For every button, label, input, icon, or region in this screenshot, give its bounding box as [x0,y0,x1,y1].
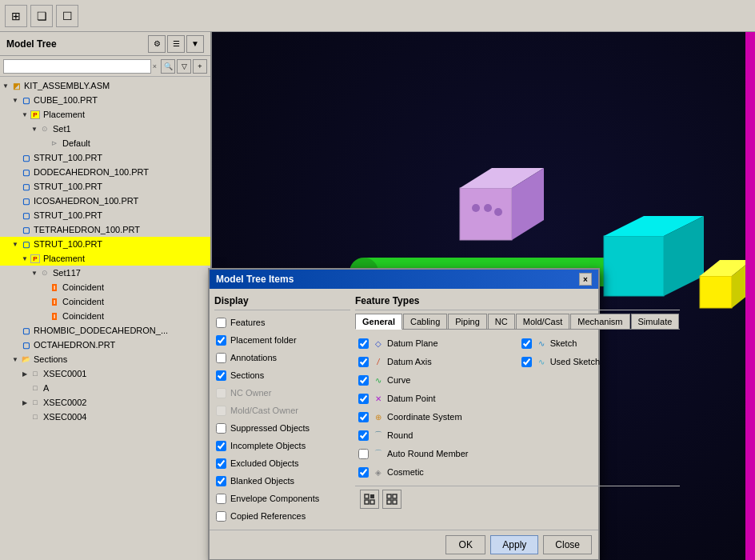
label-envelope-components[interactable]: Envelope Components [230,494,319,503]
modal-body: Display Features Placement folder Annota… [210,289,598,530]
label-excluded-objects[interactable]: Excluded Objects [230,458,299,468]
label-auto-round-member[interactable]: Auto Round Member [387,449,469,458]
label-datum-axis[interactable]: Datum Axis [387,357,432,366]
features-grid: ◇ Datum Plane ∿ Sketch / [355,334,680,481]
modal-overlay: Model Tree Items × Display Features Plac… [0,0,755,560]
checkbox-coordinate-system[interactable] [358,412,369,422]
label-blanked-objects[interactable]: Blanked Objects [230,476,294,486]
datum-point-icon: ✕ [372,392,385,405]
check-item-blanked-objects: Blanked Objects [214,472,350,490]
deselect-all-icon [386,494,397,505]
label-incomplete-objects[interactable]: Incomplete Objects [230,441,306,450]
label-round[interactable]: Round [387,430,413,440]
checkbox-round[interactable] [358,430,369,441]
label-datum-point[interactable]: Datum Point [387,394,436,403]
checkbox-suppressed-objects[interactable] [216,423,226,434]
tabs-bar: General Cabling Piping NC Mold/Cast Mech… [355,314,680,330]
feature-item-coordinate-system: ⊕ Coordinate System [355,408,517,426]
feature-item-empty5 [518,445,681,462]
label-placement-folder[interactable]: Placement folder [230,335,297,345]
label-used-sketch[interactable]: Used Sketch [550,357,600,366]
tab-simulate[interactable]: Simulate [631,314,680,329]
checkbox-annotations[interactable] [216,353,226,363]
checkbox-copied-references[interactable] [216,511,226,522]
checkbox-cosmetic[interactable] [358,467,369,478]
curve-icon: ∿ [372,374,385,386]
label-mold-cast-owner: Mold/Cast Owner [230,406,298,415]
check-item-suppressed-objects: Suppressed Objects [214,419,350,437]
checkbox-auto-round-member[interactable] [358,449,369,459]
label-sections[interactable]: Sections [230,370,264,380]
feature-item-datum-plane: ◇ Datum Plane [355,334,517,352]
cosmetic-icon: ◈ [372,466,385,478]
apply-button[interactable]: Apply [490,535,538,554]
close-button[interactable]: Close [543,535,592,554]
checkbox-excluded-objects[interactable] [216,458,226,469]
deselect-all-btn[interactable] [382,490,401,509]
label-cosmetic[interactable]: Cosmetic [387,467,424,477]
sketch-icon: ∿ [535,337,548,350]
tab-cabling[interactable]: Cabling [403,314,447,329]
label-curve[interactable]: Curve [387,375,410,385]
label-coordinate-system[interactable]: Coordinate System [387,412,462,422]
modal-bottom-toolbar [355,486,680,512]
modal-close-button[interactable]: × [579,273,592,286]
check-item-features: Features [214,314,350,331]
check-item-sections: Sections [214,366,350,384]
check-item-incomplete-objects: Incomplete Objects [214,437,350,454]
label-suppressed-objects[interactable]: Suppressed Objects [230,423,310,433]
checkbox-datum-axis[interactable] [358,357,369,367]
tab-piping[interactable]: Piping [448,314,487,329]
modal-titlebar: Model Tree Items × [210,270,598,289]
checkbox-curve[interactable] [358,375,369,386]
svg-rect-19 [387,494,391,498]
check-item-excluded-objects: Excluded Objects [214,454,350,472]
label-annotations[interactable]: Annotations [230,353,277,362]
svg-rect-17 [370,494,374,498]
modal-footer: OK Apply Close [210,530,598,559]
checkbox-datum-plane[interactable] [358,338,369,349]
feature-item-round: ⌒ Round [355,426,517,444]
checkbox-placement-folder[interactable] [216,335,226,346]
checkbox-sketch[interactable] [521,338,532,349]
feature-types-title: Feature Types [355,294,680,310]
modal-title: Model Tree Items [216,274,294,285]
tab-mechanism[interactable]: Mechanism [570,314,629,329]
checkbox-blanked-objects[interactable] [216,476,226,486]
datum-axis-icon: / [372,355,385,368]
checkbox-incomplete-objects[interactable] [216,441,226,451]
feature-types-panel: Feature Types General Cabling Piping NC … [355,294,680,525]
tab-mold-cast[interactable]: Mold/Cast [516,314,570,329]
feature-item-cosmetic: ◈ Cosmetic [355,463,517,481]
display-panel: Display Features Placement folder Annota… [214,294,350,525]
feature-item-empty3 [518,408,681,426]
svg-rect-21 [393,494,397,498]
select-all-icon [364,494,375,505]
select-all-btn[interactable] [360,490,379,509]
label-datum-plane[interactable]: Datum Plane [387,338,438,348]
svg-rect-18 [370,500,374,504]
label-features[interactable]: Features [230,318,265,327]
label-sketch[interactable]: Sketch [550,338,577,348]
feature-item-datum-axis: / Datum Axis [355,353,517,370]
label-copied-references[interactable]: Copied References [230,511,306,521]
checkbox-datum-point[interactable] [358,394,369,404]
check-item-envelope-components: Envelope Components [214,490,350,507]
tab-general[interactable]: General [355,314,402,330]
ok-button[interactable]: OK [445,535,485,554]
label-nc-owner: NC Owner [230,388,271,398]
svg-rect-22 [393,500,397,504]
tab-nc[interactable]: NC [488,314,515,329]
checkbox-sections[interactable] [216,370,226,381]
svg-rect-15 [365,494,369,498]
check-item-nc-owner: NC Owner [214,384,350,402]
checkbox-features[interactable] [216,318,226,328]
check-item-copied-references: Copied References [214,507,350,525]
checkbox-mold-cast-owner [216,406,226,416]
feature-item-empty1 [518,371,681,389]
checkbox-envelope-components[interactable] [216,494,226,504]
checkbox-used-sketch[interactable] [521,357,532,367]
feature-item-used-sketch: ∿ Used Sketch [518,353,681,370]
feature-item-datum-point: ✕ Datum Point [355,390,517,407]
datum-plane-icon: ◇ [372,337,385,350]
